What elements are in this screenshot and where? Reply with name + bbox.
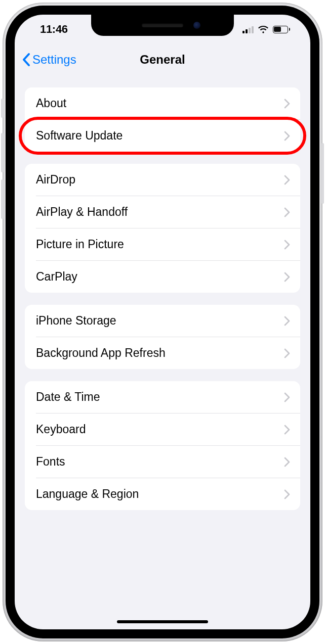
row-date-time[interactable]: Date & Time [25,381,300,413]
section: Date & TimeKeyboardFontsLanguage & Regio… [25,381,300,510]
chevron-right-icon [284,425,290,435]
section: AirDropAirPlay & HandoffPicture in Pictu… [25,164,300,293]
nav-bar: Settings General [15,44,310,75]
row-carplay[interactable]: CarPlay [25,261,300,293]
page-title: General [140,53,185,67]
row-fonts[interactable]: Fonts [25,446,300,478]
row-label: AirDrop [36,173,75,187]
cellular-signal-icon [242,26,254,33]
back-label: Settings [32,53,76,67]
chevron-right-icon [284,392,290,402]
power-button[interactable] [321,143,324,204]
chevron-right-icon [284,272,290,282]
battery-icon [273,26,291,33]
row-picture-in-picture[interactable]: Picture in Picture [25,228,300,260]
chevron-right-icon [284,240,290,250]
speaker-grille [142,23,183,27]
chevron-right-icon [284,131,290,141]
back-button[interactable]: Settings [22,53,76,67]
status-time: 11:46 [40,23,68,36]
chevron-right-icon [284,348,290,358]
row-about[interactable]: About [25,87,300,119]
row-airplay-handoff[interactable]: AirPlay & Handoff [25,196,300,228]
status-icons [242,25,291,33]
row-label: Background App Refresh [36,346,166,360]
row-language-region[interactable]: Language & Region [25,478,300,510]
row-background-app-refresh[interactable]: Background App Refresh [25,337,300,369]
row-label: Language & Region [36,487,139,501]
row-label: Fonts [36,455,65,469]
row-iphone-storage[interactable]: iPhone Storage [25,305,300,337]
section: iPhone StorageBackground App Refresh [25,305,300,369]
chevron-right-icon [284,457,290,467]
row-label: Software Update [36,129,123,143]
chevron-left-icon [22,53,30,67]
volume-up-button[interactable] [1,133,4,172]
volume-down-button[interactable] [1,179,4,219]
home-indicator[interactable] [117,620,208,623]
row-label: Picture in Picture [36,238,124,251]
row-label: Date & Time [36,390,100,404]
chevron-right-icon [284,316,290,326]
section: AboutSoftware Update [25,87,300,152]
content: AboutSoftware UpdateAirDropAirPlay & Han… [15,75,310,522]
chevron-right-icon [284,175,290,185]
notch [91,15,234,36]
chevron-right-icon [284,207,290,217]
row-airdrop[interactable]: AirDrop [25,164,300,196]
front-camera [193,22,200,29]
chevron-right-icon [284,489,290,499]
chevron-right-icon [284,99,290,109]
row-label: Keyboard [36,423,86,436]
screen: 11:46 [15,15,310,629]
row-software-update[interactable]: Software Update [25,120,300,152]
mute-switch[interactable] [1,99,4,118]
row-label: AirPlay & Handoff [36,205,128,219]
row-label: CarPlay [36,270,77,284]
row-label: iPhone Storage [36,314,116,328]
phone-frame: 11:46 [3,3,322,641]
wifi-icon [258,25,269,33]
row-label: About [36,97,66,110]
row-keyboard[interactable]: Keyboard [25,413,300,445]
